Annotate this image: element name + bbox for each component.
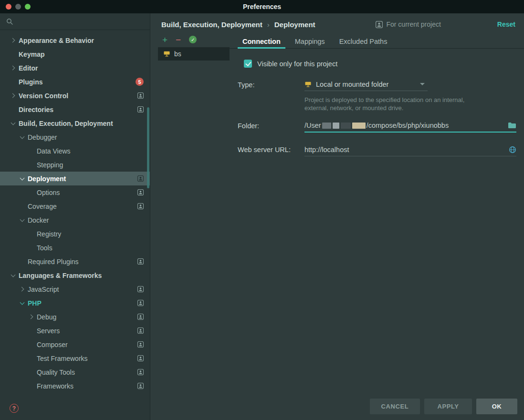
zoom-window-button[interactable] bbox=[25, 4, 31, 10]
sidebar-item-coverage[interactable]: Coverage bbox=[0, 199, 150, 213]
current-project-icon bbox=[137, 300, 144, 306]
chevron-down-icon[interactable] bbox=[10, 274, 17, 277]
connection-tab-content: Visible only for this project Type: Loca… bbox=[230, 49, 524, 420]
sidebar-item-label: Data Views bbox=[37, 147, 71, 155]
visible-only-checkbox[interactable] bbox=[244, 60, 252, 68]
minimize-window-button[interactable] bbox=[15, 4, 21, 10]
chevron-right-icon[interactable] bbox=[10, 94, 17, 97]
type-dropdown-value: Local or mounted folder bbox=[316, 81, 388, 88]
reset-link[interactable]: Reset bbox=[497, 20, 515, 28]
chevron-down-icon[interactable] bbox=[19, 302, 26, 304]
chevron-down-icon[interactable] bbox=[19, 219, 26, 221]
tab-connection[interactable]: Connection bbox=[235, 34, 288, 48]
sidebar-item-deployment[interactable]: Deployment bbox=[0, 172, 150, 185]
sidebar-item-quality-tools[interactable]: Quality Tools bbox=[0, 365, 150, 379]
sidebar-item-build-execution-deployment[interactable]: Build, Execution, Deployment bbox=[0, 116, 150, 130]
tabs: ConnectionMappingsExcluded Paths bbox=[230, 34, 524, 49]
breadcrumb-section[interactable]: Build, Execution, Deployment bbox=[161, 20, 262, 29]
use-as-default-button[interactable]: ✓ bbox=[189, 36, 197, 43]
scope-label: For current project bbox=[386, 20, 440, 28]
sidebar-item-keymap[interactable]: Keymap bbox=[0, 47, 150, 61]
browse-folder-icon[interactable] bbox=[508, 122, 516, 129]
folder-input[interactable]: /User /compose/bs/php/xiunobbs bbox=[304, 119, 516, 133]
server-list: bs bbox=[158, 47, 230, 61]
sidebar-item-editor[interactable]: Editor bbox=[0, 61, 150, 75]
ok-button[interactable]: OK bbox=[476, 399, 517, 414]
sidebar-item-composer[interactable]: Composer bbox=[0, 338, 150, 351]
sidebar-item-label: Tools bbox=[37, 244, 52, 252]
sidebar-item-label: Stepping bbox=[37, 161, 63, 169]
server-name: bs bbox=[174, 50, 181, 58]
current-project-icon bbox=[376, 21, 383, 28]
sidebar-item-stepping[interactable]: Stepping bbox=[0, 158, 150, 172]
redacted-text-block bbox=[333, 123, 339, 129]
settings-search-input[interactable] bbox=[0, 13, 150, 30]
apply-button[interactable]: APPLY bbox=[424, 399, 472, 414]
sidebar-item-servers[interactable]: Servers bbox=[0, 324, 150, 338]
traffic-lights bbox=[6, 4, 31, 10]
redacted-text-block bbox=[322, 123, 331, 129]
chevron-down-icon[interactable] bbox=[19, 136, 26, 138]
sidebar-scrollbar-thumb[interactable] bbox=[147, 107, 149, 188]
breadcrumb-separator: › bbox=[267, 20, 270, 29]
search-icon bbox=[6, 18, 13, 25]
sidebar-item-label: Plugins bbox=[19, 78, 43, 86]
remove-server-button[interactable]: − bbox=[176, 35, 181, 44]
current-project-icon bbox=[137, 92, 144, 99]
add-server-button[interactable]: + bbox=[162, 35, 168, 44]
sidebar-item-label: Directories bbox=[19, 106, 53, 113]
folder-path-prefix: /User bbox=[304, 122, 321, 129]
web-server-url-value: http://localhost bbox=[304, 146, 349, 154]
sidebar-item-version-control[interactable]: Version Control bbox=[0, 89, 150, 102]
chevron-down-icon[interactable] bbox=[19, 177, 26, 180]
help-button[interactable]: ? bbox=[10, 404, 19, 413]
sidebar-item-label: Appearance & Behavior bbox=[19, 37, 94, 44]
sidebar-item-javascript[interactable]: JavaScript bbox=[0, 282, 150, 296]
sidebar-item-tools[interactable]: Tools bbox=[0, 241, 150, 255]
scope-indicator: For current project bbox=[376, 20, 440, 28]
sidebar-item-docker[interactable]: Docker bbox=[0, 213, 150, 227]
sidebar-item-debug[interactable]: Debug bbox=[0, 310, 150, 324]
current-project-icon bbox=[137, 369, 144, 375]
sidebar-item-appearance-behavior[interactable]: Appearance & Behavior bbox=[0, 33, 150, 47]
current-project-icon bbox=[137, 189, 144, 195]
chevron-down-icon bbox=[420, 83, 425, 85]
server-type-icon bbox=[304, 81, 312, 88]
sidebar-item-label: Composer bbox=[37, 341, 68, 348]
open-in-browser-globe-icon[interactable] bbox=[509, 146, 516, 154]
sidebar-item-options[interactable]: Options bbox=[0, 185, 150, 199]
sidebar-tree: Appearance & BehaviorKeymapEditorPlugins… bbox=[0, 33, 150, 393]
sidebar-item-debugger[interactable]: Debugger bbox=[0, 130, 150, 144]
settings-sidebar: Appearance & BehaviorKeymapEditorPlugins… bbox=[0, 13, 150, 420]
visible-only-row: Visible only for this project bbox=[244, 60, 337, 68]
sidebar-item-data-views[interactable]: Data Views bbox=[0, 144, 150, 158]
sidebar-item-plugins[interactable]: Plugins5 bbox=[0, 75, 150, 89]
web-server-url-input[interactable]: http://localhost bbox=[304, 143, 516, 156]
visible-only-label: Visible only for this project bbox=[257, 60, 337, 68]
type-dropdown[interactable]: Local or mounted folder bbox=[304, 78, 428, 91]
server-item-bs[interactable]: bs bbox=[158, 47, 230, 61]
sidebar-item-label: Debug bbox=[37, 313, 56, 321]
sidebar-item-php[interactable]: PHP bbox=[0, 296, 150, 310]
sidebar-item-label: Editor bbox=[19, 64, 38, 72]
chevron-right-icon[interactable] bbox=[10, 39, 17, 42]
sidebar-item-languages-frameworks[interactable]: Languages & Frameworks bbox=[0, 268, 150, 282]
chevron-down-icon[interactable] bbox=[10, 122, 17, 124]
sidebar-item-label: Quality Tools bbox=[37, 369, 75, 376]
sidebar-item-label: Frameworks bbox=[37, 382, 73, 390]
tab-mappings[interactable]: Mappings bbox=[288, 34, 332, 48]
close-window-button[interactable] bbox=[6, 4, 11, 10]
sidebar-item-frameworks[interactable]: Frameworks bbox=[0, 379, 150, 393]
sidebar-item-registry[interactable]: Registry bbox=[0, 227, 150, 241]
tab-excluded-paths[interactable]: Excluded Paths bbox=[332, 34, 395, 48]
type-help-line-1: Project is deployed to the specified loc… bbox=[304, 96, 505, 104]
sidebar-item-test-frameworks[interactable]: Test Frameworks bbox=[0, 351, 150, 365]
chevron-right-icon[interactable] bbox=[28, 315, 35, 318]
folder-path-suffix: /compose/bs/php/xiunobbs bbox=[367, 122, 449, 129]
sidebar-item-required-plugins[interactable]: Required Plugins bbox=[0, 255, 150, 268]
chevron-right-icon[interactable] bbox=[10, 66, 17, 70]
redacted-text-block bbox=[352, 123, 366, 129]
cancel-button[interactable]: CANCEL bbox=[370, 399, 420, 414]
sidebar-item-directories[interactable]: Directories bbox=[0, 102, 150, 116]
chevron-right-icon[interactable] bbox=[19, 287, 26, 291]
